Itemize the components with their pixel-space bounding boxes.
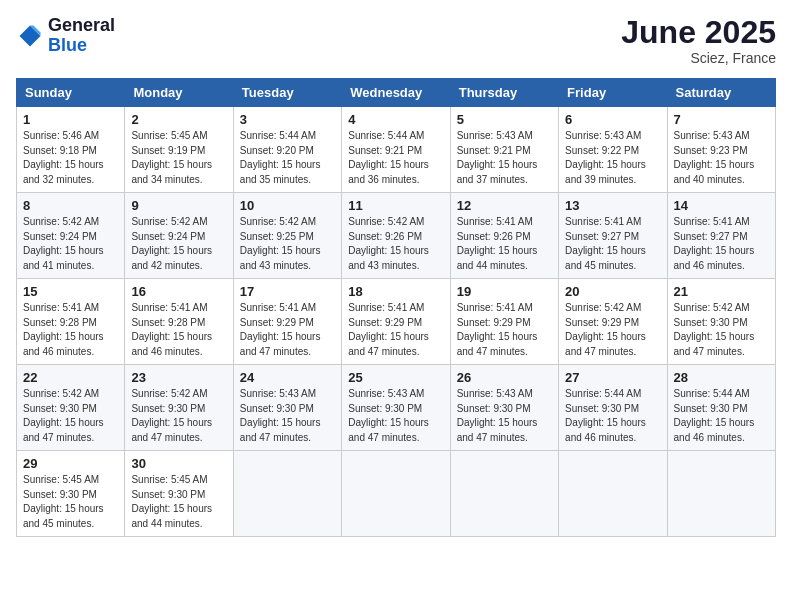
day-number: 11 — [348, 198, 443, 213]
page-header: General Blue June 2025 Sciez, France — [16, 16, 776, 66]
day-number: 13 — [565, 198, 660, 213]
day-info: Sunrise: 5:42 AMSunset: 9:30 PMDaylight:… — [131, 387, 226, 445]
day-info: Sunrise: 5:46 AMSunset: 9:18 PMDaylight:… — [23, 129, 118, 187]
calendar-week-row: 1Sunrise: 5:46 AMSunset: 9:18 PMDaylight… — [17, 107, 776, 193]
logo: General Blue — [16, 16, 115, 56]
day-info: Sunrise: 5:41 AMSunset: 9:29 PMDaylight:… — [240, 301, 335, 359]
day-info: Sunrise: 5:43 AMSunset: 9:30 PMDaylight:… — [240, 387, 335, 445]
calendar-week-row: 22Sunrise: 5:42 AMSunset: 9:30 PMDayligh… — [17, 365, 776, 451]
title-area: June 2025 Sciez, France — [621, 16, 776, 66]
day-info: Sunrise: 5:45 AMSunset: 9:30 PMDaylight:… — [131, 473, 226, 531]
day-info: Sunrise: 5:44 AMSunset: 9:21 PMDaylight:… — [348, 129, 443, 187]
weekday-header: Saturday — [667, 79, 775, 107]
day-info: Sunrise: 5:42 AMSunset: 9:24 PMDaylight:… — [131, 215, 226, 273]
day-number: 6 — [565, 112, 660, 127]
weekday-header-row: SundayMondayTuesdayWednesdayThursdayFrid… — [17, 79, 776, 107]
day-info: Sunrise: 5:41 AMSunset: 9:26 PMDaylight:… — [457, 215, 552, 273]
calendar-day-cell — [559, 451, 667, 537]
day-number: 24 — [240, 370, 335, 385]
calendar-week-row: 8Sunrise: 5:42 AMSunset: 9:24 PMDaylight… — [17, 193, 776, 279]
calendar-day-cell — [667, 451, 775, 537]
day-number: 10 — [240, 198, 335, 213]
svg-marker-0 — [20, 25, 41, 46]
calendar-week-row: 15Sunrise: 5:41 AMSunset: 9:28 PMDayligh… — [17, 279, 776, 365]
day-info: Sunrise: 5:41 AMSunset: 9:27 PMDaylight:… — [565, 215, 660, 273]
calendar-day-cell: 5Sunrise: 5:43 AMSunset: 9:21 PMDaylight… — [450, 107, 558, 193]
calendar-day-cell: 17Sunrise: 5:41 AMSunset: 9:29 PMDayligh… — [233, 279, 341, 365]
day-info: Sunrise: 5:43 AMSunset: 9:30 PMDaylight:… — [457, 387, 552, 445]
calendar-day-cell — [342, 451, 450, 537]
day-info: Sunrise: 5:41 AMSunset: 9:28 PMDaylight:… — [131, 301, 226, 359]
calendar-day-cell: 3Sunrise: 5:44 AMSunset: 9:20 PMDaylight… — [233, 107, 341, 193]
day-info: Sunrise: 5:41 AMSunset: 9:28 PMDaylight:… — [23, 301, 118, 359]
calendar-day-cell: 13Sunrise: 5:41 AMSunset: 9:27 PMDayligh… — [559, 193, 667, 279]
calendar-day-cell: 30Sunrise: 5:45 AMSunset: 9:30 PMDayligh… — [125, 451, 233, 537]
calendar-day-cell: 8Sunrise: 5:42 AMSunset: 9:24 PMDaylight… — [17, 193, 125, 279]
day-number: 25 — [348, 370, 443, 385]
day-number: 26 — [457, 370, 552, 385]
weekday-header: Friday — [559, 79, 667, 107]
day-info: Sunrise: 5:43 AMSunset: 9:22 PMDaylight:… — [565, 129, 660, 187]
day-number: 21 — [674, 284, 769, 299]
calendar-day-cell: 14Sunrise: 5:41 AMSunset: 9:27 PMDayligh… — [667, 193, 775, 279]
calendar-day-cell: 7Sunrise: 5:43 AMSunset: 9:23 PMDaylight… — [667, 107, 775, 193]
calendar-day-cell — [233, 451, 341, 537]
month-title: June 2025 — [621, 16, 776, 48]
calendar-day-cell: 27Sunrise: 5:44 AMSunset: 9:30 PMDayligh… — [559, 365, 667, 451]
calendar-day-cell: 23Sunrise: 5:42 AMSunset: 9:30 PMDayligh… — [125, 365, 233, 451]
day-number: 23 — [131, 370, 226, 385]
day-number: 15 — [23, 284, 118, 299]
day-number: 28 — [674, 370, 769, 385]
calendar-week-row: 29Sunrise: 5:45 AMSunset: 9:30 PMDayligh… — [17, 451, 776, 537]
day-info: Sunrise: 5:42 AMSunset: 9:25 PMDaylight:… — [240, 215, 335, 273]
day-number: 8 — [23, 198, 118, 213]
weekday-header: Sunday — [17, 79, 125, 107]
day-info: Sunrise: 5:42 AMSunset: 9:26 PMDaylight:… — [348, 215, 443, 273]
day-number: 27 — [565, 370, 660, 385]
day-number: 3 — [240, 112, 335, 127]
day-info: Sunrise: 5:41 AMSunset: 9:29 PMDaylight:… — [457, 301, 552, 359]
calendar-day-cell: 20Sunrise: 5:42 AMSunset: 9:29 PMDayligh… — [559, 279, 667, 365]
calendar-day-cell: 10Sunrise: 5:42 AMSunset: 9:25 PMDayligh… — [233, 193, 341, 279]
weekday-header: Tuesday — [233, 79, 341, 107]
calendar-day-cell: 24Sunrise: 5:43 AMSunset: 9:30 PMDayligh… — [233, 365, 341, 451]
day-info: Sunrise: 5:44 AMSunset: 9:30 PMDaylight:… — [674, 387, 769, 445]
day-number: 5 — [457, 112, 552, 127]
day-info: Sunrise: 5:42 AMSunset: 9:29 PMDaylight:… — [565, 301, 660, 359]
calendar-day-cell: 1Sunrise: 5:46 AMSunset: 9:18 PMDaylight… — [17, 107, 125, 193]
day-number: 9 — [131, 198, 226, 213]
day-number: 20 — [565, 284, 660, 299]
day-number: 19 — [457, 284, 552, 299]
calendar-day-cell: 6Sunrise: 5:43 AMSunset: 9:22 PMDaylight… — [559, 107, 667, 193]
day-number: 12 — [457, 198, 552, 213]
day-number: 17 — [240, 284, 335, 299]
day-info: Sunrise: 5:44 AMSunset: 9:30 PMDaylight:… — [565, 387, 660, 445]
calendar-day-cell: 2Sunrise: 5:45 AMSunset: 9:19 PMDaylight… — [125, 107, 233, 193]
calendar-day-cell: 11Sunrise: 5:42 AMSunset: 9:26 PMDayligh… — [342, 193, 450, 279]
day-number: 14 — [674, 198, 769, 213]
calendar-day-cell: 9Sunrise: 5:42 AMSunset: 9:24 PMDaylight… — [125, 193, 233, 279]
calendar-day-cell — [450, 451, 558, 537]
day-info: Sunrise: 5:42 AMSunset: 9:30 PMDaylight:… — [23, 387, 118, 445]
day-info: Sunrise: 5:43 AMSunset: 9:21 PMDaylight:… — [457, 129, 552, 187]
day-number: 18 — [348, 284, 443, 299]
logo-icon — [16, 22, 44, 50]
calendar-day-cell: 19Sunrise: 5:41 AMSunset: 9:29 PMDayligh… — [450, 279, 558, 365]
day-number: 16 — [131, 284, 226, 299]
calendar-day-cell: 16Sunrise: 5:41 AMSunset: 9:28 PMDayligh… — [125, 279, 233, 365]
day-info: Sunrise: 5:43 AMSunset: 9:23 PMDaylight:… — [674, 129, 769, 187]
calendar-day-cell: 18Sunrise: 5:41 AMSunset: 9:29 PMDayligh… — [342, 279, 450, 365]
calendar-day-cell: 15Sunrise: 5:41 AMSunset: 9:28 PMDayligh… — [17, 279, 125, 365]
day-info: Sunrise: 5:44 AMSunset: 9:20 PMDaylight:… — [240, 129, 335, 187]
day-info: Sunrise: 5:42 AMSunset: 9:24 PMDaylight:… — [23, 215, 118, 273]
weekday-header: Thursday — [450, 79, 558, 107]
calendar-day-cell: 12Sunrise: 5:41 AMSunset: 9:26 PMDayligh… — [450, 193, 558, 279]
day-number: 7 — [674, 112, 769, 127]
day-number: 22 — [23, 370, 118, 385]
logo-general: General — [48, 15, 115, 35]
location: Sciez, France — [621, 50, 776, 66]
calendar-day-cell: 28Sunrise: 5:44 AMSunset: 9:30 PMDayligh… — [667, 365, 775, 451]
day-info: Sunrise: 5:45 AMSunset: 9:30 PMDaylight:… — [23, 473, 118, 531]
calendar-day-cell: 21Sunrise: 5:42 AMSunset: 9:30 PMDayligh… — [667, 279, 775, 365]
calendar-day-cell: 25Sunrise: 5:43 AMSunset: 9:30 PMDayligh… — [342, 365, 450, 451]
